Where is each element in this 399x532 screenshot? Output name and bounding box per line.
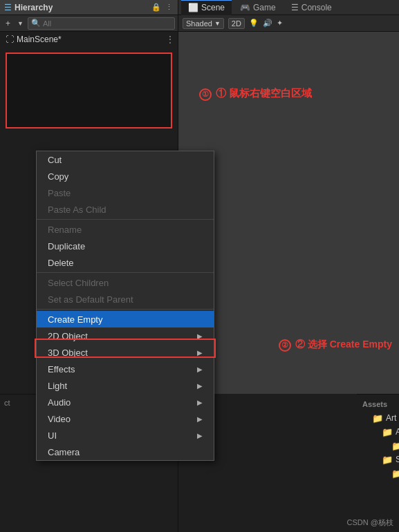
arrow-effects: ▶	[197, 365, 203, 373]
csdn-watermark: CSDN @杨枝	[347, 517, 393, 528]
context-menu: Cut Copy Paste Paste As Child Rename Dup…	[36, 151, 214, 461]
menu-item-delete[interactable]: Delete	[37, 254, 214, 271]
assets-label: Assets	[362, 397, 393, 411]
menu-item-2d-object[interactable]: 2D Object ▶	[37, 327, 214, 344]
folder-sprites-label: Sprites	[396, 455, 399, 464]
game-tab-icon: 🎮	[240, 3, 250, 12]
menu-item-light[interactable]: Light ▶	[37, 377, 214, 394]
scene-icon: ⛶	[6, 35, 14, 44]
menu-item-set-default-parent: Set as Default Parent	[37, 291, 214, 307]
menu-item-paste: Paste	[37, 184, 214, 201]
search-icon: 🔍	[31, 19, 41, 28]
menu-item-rename: Rename	[37, 221, 214, 238]
game-tab-label: Game	[253, 3, 276, 12]
scene-name: MainScene*	[17, 35, 62, 44]
menu-item-audio[interactable]: Audio ▶	[37, 394, 214, 410]
folder-animations-icon: 📁	[382, 427, 393, 437]
assets-content: Assets 📁 Art 📁 Animations 📁 AnimationCli…	[357, 395, 399, 483]
separator-3	[37, 309, 214, 310]
separator-2	[37, 272, 214, 273]
folder-animationclips-icon: 📁	[391, 441, 399, 451]
scene-tab-icon: ⬜	[188, 3, 198, 12]
console-tab-icon: ☰	[291, 3, 299, 12]
folder-sprites[interactable]: 📁 Sprites	[362, 453, 393, 466]
menu-item-create-empty[interactable]: Create Empty	[37, 311, 214, 327]
tab-game[interactable]: 🎮 Game	[233, 0, 283, 15]
hierarchy-toolbar: + ▼ 🔍	[0, 15, 178, 32]
tab-scene[interactable]: ⬜ Scene	[181, 0, 232, 15]
empty-hierarchy-area	[6, 53, 172, 129]
tab-console[interactable]: ☰ Console	[284, 0, 339, 15]
search-input[interactable]	[43, 19, 171, 28]
menu-item-select-children: Select Children	[37, 274, 214, 291]
menu-item-copy[interactable]: Copy	[37, 168, 214, 184]
folder-animationclips[interactable]: 📁 AnimationClips	[362, 439, 393, 453]
arrow-audio: ▶	[197, 399, 203, 406]
shading-label: Shaded	[186, 19, 212, 28]
menu-item-3d-object[interactable]: 3D Object ▶	[37, 344, 214, 361]
menu-item-camera[interactable]: Camera	[37, 444, 214, 460]
hierarchy-title: Hierarchy	[15, 3, 149, 12]
menu-item-cut[interactable]: Cut	[37, 151, 214, 168]
menu-item-ui[interactable]: UI ▶	[37, 427, 214, 444]
scene-item[interactable]: ⛶ MainScene* ⋮	[0, 32, 178, 47]
search-box[interactable]: 🔍	[28, 17, 175, 30]
arrow-light: ▶	[197, 382, 203, 390]
separator-1	[37, 219, 214, 220]
shading-dropdown[interactable]: Shaded ▼	[183, 18, 224, 29]
folder-animations-label: Animations	[396, 427, 399, 437]
arrow-video: ▶	[197, 415, 203, 423]
folder-characters[interactable]: 📁 Characters	[362, 466, 393, 480]
arrow-ui: ▶	[197, 432, 203, 439]
folder-animations[interactable]: 📁 Animations	[362, 425, 393, 439]
folder-characters-icon: 📁	[391, 468, 399, 479]
lock-icon[interactable]: 🔒	[151, 3, 161, 12]
folder-art-label: Art	[386, 413, 396, 423]
arrow-2d-object: ▶	[197, 332, 203, 340]
inspector-label: ct	[4, 399, 10, 407]
menu-item-effects[interactable]: Effects ▶	[37, 361, 214, 377]
mode-label: 2D	[232, 19, 241, 28]
folder-sprites-icon: 📁	[382, 455, 393, 465]
tabs-bar: ⬜ Scene 🎮 Game ☰ Console	[178, 0, 399, 15]
scene-toolbar: Shaded ▼ 2D 💡 🔊 ✦	[178, 15, 399, 32]
add-button[interactable]: +	[3, 17, 13, 30]
hierarchy-icon: ☰	[4, 3, 12, 12]
menu-item-duplicate[interactable]: Duplicate	[37, 238, 214, 254]
scene-menu-btn[interactable]: ⋮	[163, 34, 178, 45]
annotation-1: ① ① 鼠标右键空白区域	[199, 87, 312, 101]
add-dropdown[interactable]: ▼	[15, 19, 26, 28]
scene-tab-label: Scene	[201, 3, 225, 12]
fx-icon[interactable]: ✦	[277, 19, 283, 28]
audio-icon[interactable]: 🔊	[263, 19, 272, 28]
annotation-2: ② ② 选择 Create Empty	[279, 339, 392, 352]
lighting-icon[interactable]: 💡	[249, 19, 259, 28]
folder-art-icon: 📁	[372, 413, 383, 424]
hierarchy-header: ☰ Hierarchy 🔒 ⋮	[0, 0, 178, 15]
mode-dropdown[interactable]: 2D	[228, 18, 245, 29]
shading-arrow: ▼	[214, 20, 221, 27]
menu-item-video[interactable]: Video ▶	[37, 410, 214, 427]
more-icon[interactable]: ⋮	[164, 3, 174, 12]
assets-panel: Assets 📁 Art 📁 Animations 📁 AnimationCli…	[357, 394, 399, 532]
arrow-3d-object: ▶	[197, 349, 203, 357]
console-tab-label: Console	[301, 3, 332, 12]
folder-art[interactable]: 📁 Art	[362, 411, 393, 425]
menu-item-paste-as-child: Paste As Child	[37, 201, 214, 218]
